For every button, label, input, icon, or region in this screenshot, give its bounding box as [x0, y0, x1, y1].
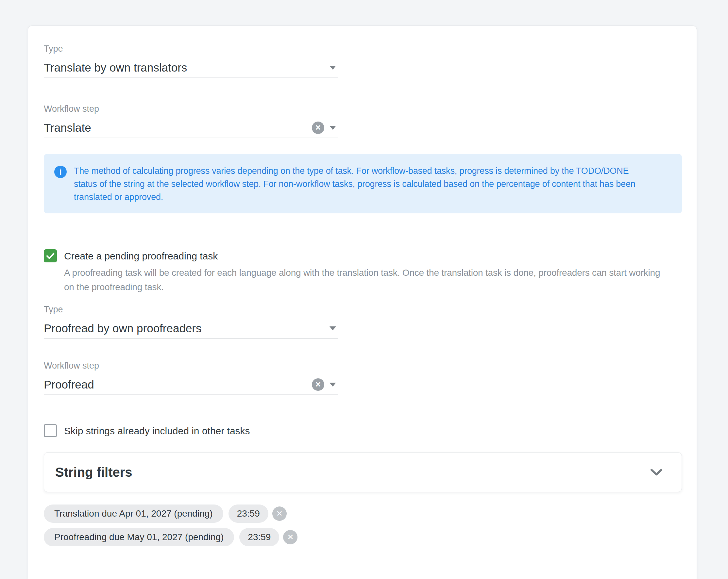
proofreading-due-time-chip[interactable]: 23:59 — [239, 528, 279, 546]
chevron-down-icon — [330, 326, 336, 330]
skip-strings-checkbox[interactable] — [44, 424, 57, 437]
proofreading-due-date-chip[interactable]: Proofreading due May 01, 2027 (pending) — [44, 528, 234, 546]
proofreading-workflow-step-field: Workflow step Proofread ✕ — [44, 360, 338, 395]
translation-type-field: Type Translate by own translators — [44, 44, 338, 78]
proofreading-type-field: Type Proofread by own proofreaders — [44, 304, 338, 339]
remove-proofreading-due-date-button[interactable]: ✕ — [283, 530, 297, 544]
translation-due-date-row: Translation due Apr 01, 2027 (pending) 2… — [44, 504, 681, 523]
close-icon: ✕ — [287, 533, 293, 541]
translation-type-select[interactable]: Translate by own translators — [44, 58, 338, 78]
checkmark-icon — [46, 251, 55, 260]
chevron-down-icon — [330, 383, 336, 387]
progress-info-banner: i The method of calculating progress var… — [44, 154, 682, 213]
clear-icon: ✕ — [315, 124, 321, 131]
proofreading-workflow-step-select[interactable]: Proofread ✕ — [44, 375, 338, 395]
skip-strings-label[interactable]: Skip strings already included in other t… — [64, 424, 250, 438]
proofreading-workflow-step-value: Proofread — [44, 378, 312, 391]
description-line-2: on the proofreading task. — [64, 280, 681, 295]
translation-workflow-step-select[interactable]: Translate ✕ — [44, 118, 338, 138]
remove-translation-due-date-button[interactable]: ✕ — [272, 506, 287, 521]
progress-info-line-2: status of the string at the selected wor… — [74, 177, 635, 191]
proofreading-type-select[interactable]: Proofread by own proofreaders — [44, 319, 338, 339]
task-form-card: Type Translate by own translators Workfl… — [28, 26, 697, 579]
clear-translation-workflow-step-button[interactable]: ✕ — [312, 121, 324, 134]
proofreading-type-value: Proofread by own proofreaders — [44, 322, 330, 335]
translation-due-time-chip[interactable]: 23:59 — [229, 504, 268, 523]
string-filters-title: String filters — [55, 465, 650, 480]
chevron-down-icon — [330, 66, 336, 70]
string-filters-panel[interactable]: String filters — [44, 452, 682, 492]
create-proofreading-task-checkbox[interactable] — [44, 249, 57, 263]
create-proofreading-task-label[interactable]: Create a pending proofreading task — [64, 249, 218, 263]
translation-type-label: Type — [44, 44, 338, 54]
close-icon: ✕ — [276, 510, 283, 518]
clear-icon: ✕ — [315, 381, 321, 388]
create-proofreading-task-group: Create a pending proofreading task A pro… — [44, 249, 681, 295]
progress-info-line-3: translated or approved. — [74, 191, 635, 203]
create-proofreading-task-description: A proofreading task will be created for … — [64, 266, 681, 295]
progress-info-text: The method of calculating progress varie… — [74, 164, 635, 203]
proofreading-workflow-step-label: Workflow step — [44, 360, 338, 371]
info-icon: i — [54, 166, 67, 178]
proofreading-due-date-row: Proofreading due May 01, 2027 (pending) … — [44, 528, 681, 546]
proofreading-type-label: Type — [44, 304, 338, 315]
progress-info-line-1: The method of calculating progress varie… — [74, 164, 635, 177]
clear-proofreading-workflow-step-button[interactable]: ✕ — [312, 378, 324, 391]
chevron-down-icon — [330, 126, 336, 130]
translation-workflow-step-label: Workflow step — [44, 104, 338, 114]
skip-strings-group: Skip strings already included in other t… — [44, 424, 681, 438]
translation-workflow-step-value: Translate — [44, 121, 312, 134]
translation-due-date-chip[interactable]: Translation due Apr 01, 2027 (pending) — [44, 504, 223, 523]
chevron-down-icon — [650, 468, 662, 476]
translation-type-value: Translate by own translators — [44, 61, 330, 74]
description-line-1: A proofreading task will be created for … — [64, 266, 681, 280]
translation-workflow-step-field: Workflow step Translate ✕ — [44, 104, 338, 138]
